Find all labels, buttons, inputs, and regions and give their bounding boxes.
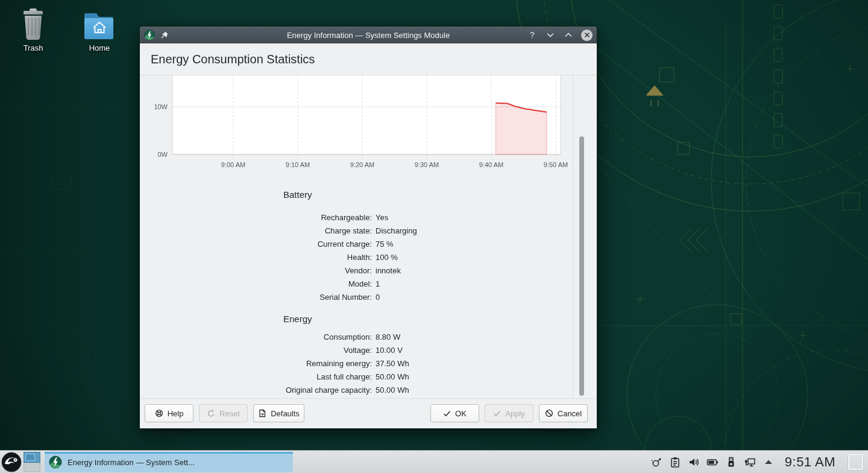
field-label: Vendor: <box>140 266 372 275</box>
network-display-icon[interactable] <box>744 456 756 468</box>
field-label: Original charge capacity: <box>140 386 372 395</box>
task-button-label: Energy Information — System Sett... <box>68 458 195 467</box>
svg-text:9:20 AM: 9:20 AM <box>350 161 374 168</box>
defaults-button-label: Defaults <box>271 409 300 418</box>
desktop-icon-home[interactable]: Home <box>72 6 127 52</box>
energy-settings-window: Energy Information — System Settings Mod… <box>140 27 597 428</box>
opensuse-logo-icon <box>1 452 22 472</box>
digital-clock[interactable]: 9:51 AM <box>785 454 835 470</box>
pin-icon[interactable] <box>160 31 169 39</box>
close-icon[interactable] <box>581 30 593 41</box>
maximize-icon[interactable] <box>563 30 574 40</box>
undo-icon <box>207 409 215 417</box>
energy-app-icon <box>144 30 155 40</box>
form-row: Voltage:10.00 V <box>140 343 562 357</box>
titlebar[interactable]: Energy Information — System Settings Mod… <box>140 27 597 43</box>
pager-desktop-2[interactable] <box>24 463 40 472</box>
battery-status-icon[interactable] <box>706 456 719 468</box>
field-value: 0 <box>376 293 562 302</box>
vertical-scrollbar[interactable] <box>579 136 584 396</box>
field-label: Serial Number: <box>140 293 372 302</box>
home-folder-icon <box>83 6 116 42</box>
titlebar-help-icon[interactable]: ? <box>527 30 538 40</box>
field-value: 8.80 W <box>376 332 562 341</box>
cancel-button-label: Cancel <box>558 409 582 418</box>
svg-text:9:30 AM: 9:30 AM <box>415 161 439 168</box>
help-button-label: Help <box>168 409 184 418</box>
desktop-icon-label: Trash <box>5 43 61 52</box>
svg-text:0W: 0W <box>158 151 168 158</box>
power-consumption-chart: 0W10W9:00 AM9:10 AM9:20 AM9:30 AM9:40 AM… <box>140 75 577 178</box>
check-icon <box>443 410 451 417</box>
taskbar-panel: Energy Information — System Sett... <box>0 450 868 473</box>
apply-button: Apply <box>485 404 533 422</box>
cancel-slash-icon <box>545 409 553 417</box>
svg-text:9:00 AM: 9:00 AM <box>221 161 245 168</box>
pager-desktop-1[interactable] <box>24 452 40 463</box>
form-row: Model:1 <box>140 277 562 290</box>
field-label: Consumption: <box>140 332 372 341</box>
ok-button-label: OK <box>455 409 467 418</box>
taskbar-task-energy-information[interactable]: Energy Information — System Sett... <box>45 452 293 472</box>
show-desktop-button[interactable] <box>848 454 863 470</box>
expand-tray-arrow-icon[interactable] <box>763 456 775 468</box>
form-row: Vendor:innotek <box>140 264 562 277</box>
apply-button-label: Apply <box>505 409 525 418</box>
form-row: Rechargeable:Yes <box>140 211 562 224</box>
form-row: Last full charge:50.00 Wh <box>140 370 562 383</box>
field-value: 10.00 V <box>376 346 562 355</box>
form-row: Charge state:Discharging <box>140 224 562 237</box>
help-button[interactable]: Help <box>145 404 193 422</box>
svg-text:9:50 AM: 9:50 AM <box>544 161 568 168</box>
field-value: 37.50 Wh <box>376 359 562 368</box>
field-value: 50.00 Wh <box>376 372 562 381</box>
module-header: Energy Consumption Statistics <box>140 43 597 75</box>
field-label: Current charge: <box>140 240 372 249</box>
field-label: Last full charge: <box>140 372 372 381</box>
cancel-button[interactable]: Cancel <box>539 404 588 422</box>
defaults-button[interactable]: Defaults <box>253 404 304 422</box>
field-label: Voltage: <box>140 346 372 355</box>
app-launcher-button[interactable] <box>1 452 22 472</box>
field-value: Yes <box>376 213 562 222</box>
dialog-button-row: Help Reset Defaults OK <box>140 399 597 428</box>
svg-text:10W: 10W <box>154 103 168 110</box>
form-row: Original charge capacity:50.00 Wh <box>140 383 562 396</box>
virtual-desktop-pager[interactable] <box>24 452 40 472</box>
field-value: 75 % <box>376 240 562 249</box>
system-tray: 9:51 AM <box>650 454 868 470</box>
battery-section-heading: Battery <box>283 189 312 200</box>
audio-volume-icon[interactable] <box>688 456 700 468</box>
check-icon <box>493 410 501 417</box>
pager-window-thumb <box>25 454 35 461</box>
help-lifebuoy-icon <box>155 409 163 417</box>
form-row: Health:100 % <box>140 250 562 264</box>
clipboard-icon[interactable] <box>669 456 681 468</box>
energy-form: Consumption:8.80 WVoltage:10.00 VRemaini… <box>140 330 562 396</box>
page-title: Energy Consumption Statistics <box>151 52 315 66</box>
reset-button-label: Reset <box>219 409 240 418</box>
form-row: Serial Number:0 <box>140 290 562 303</box>
trash-icon <box>16 6 50 42</box>
svg-text:9:10 AM: 9:10 AM <box>286 161 310 168</box>
energy-app-icon <box>49 456 62 469</box>
minimize-icon[interactable] <box>545 30 556 40</box>
ok-button[interactable]: OK <box>430 404 479 422</box>
desktop-icon-trash[interactable]: Trash <box>5 6 61 52</box>
field-label: Rechargeable: <box>140 213 372 222</box>
energy-section-heading: Energy <box>283 314 312 324</box>
scroll-area: 0W10W9:00 AM9:10 AM9:20 AM9:30 AM9:40 AM… <box>140 75 597 399</box>
field-value: 100 % <box>376 253 562 262</box>
svg-text:9:40 AM: 9:40 AM <box>479 161 503 168</box>
form-row: Remaining energy:37.50 Wh <box>140 357 562 370</box>
field-value: innotek <box>376 266 562 275</box>
field-label: Model: <box>140 279 372 288</box>
field-value: 50.00 Wh <box>376 386 562 395</box>
field-label: Remaining energy: <box>140 359 372 368</box>
device-notifier-icon[interactable] <box>650 456 662 468</box>
removable-device-icon[interactable] <box>725 456 737 468</box>
form-row: Current charge:75 % <box>140 237 562 250</box>
field-label: Charge state: <box>140 226 372 235</box>
form-row: Consumption:8.80 W <box>140 330 562 343</box>
scrollbar-track-divider <box>573 75 573 398</box>
